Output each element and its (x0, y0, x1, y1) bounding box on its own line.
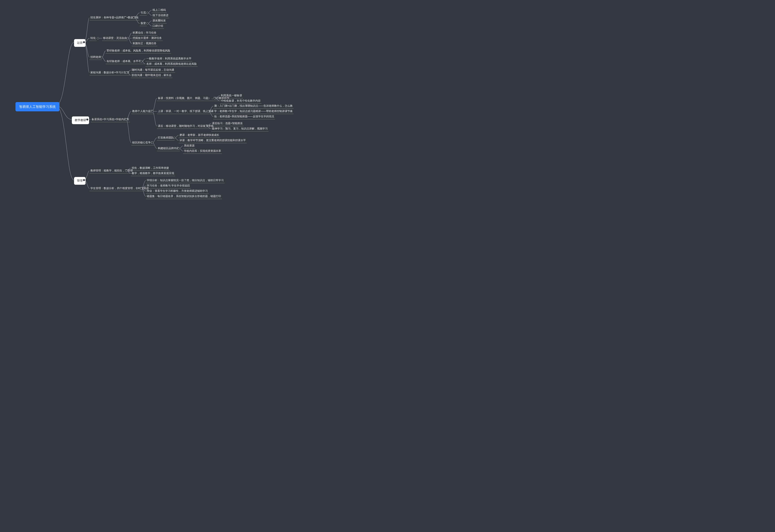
node-campus-comp[interactable]: 校区的核心竞争力 (131, 141, 154, 145)
expand-dot[interactable] (140, 187, 142, 190)
expand-dot[interactable] (83, 179, 85, 181)
node-qr[interactable]: 线上二维码 (152, 8, 167, 13)
expand-dot[interactable] (151, 142, 153, 144)
node-teacher-skill[interactable]: 教师个人能力提升 (131, 109, 154, 114)
node-sys-resource[interactable]: 系统资源 (183, 144, 195, 148)
expand-dot[interactable] (151, 110, 153, 112)
node-polish[interactable]: 磨课：老带新，新手老师快速成长 (179, 133, 220, 138)
node-demand[interactable]: 挖掘放大需求：测评任务 (132, 36, 163, 41)
node-systems[interactable]: 备课系统+学习系统+学校内容库 (91, 117, 130, 122)
node-post-practice[interactable]: 课后练习：选题+智能推送 (211, 121, 243, 126)
node-wechat[interactable]: 朋友圈转发 (152, 19, 167, 23)
node-brand[interactable]: 构建校区品牌内容 (157, 146, 180, 151)
expand-dot[interactable] (146, 22, 148, 25)
node-practice[interactable]: 练：老师选题+系统智能推题——反馈学生学的情况 (213, 114, 275, 119)
node-test[interactable]: 测：入门测+出门测，找出薄弱知识点——告诉老师教什么，怎么教 (213, 104, 293, 109)
expand-dot[interactable] (213, 97, 216, 99)
node-fission[interactable]: 裂变 (140, 21, 147, 26)
node-wordofmouth[interactable]: 口碑介绍 (152, 24, 164, 29)
expand-dot[interactable] (140, 60, 142, 63)
node-traffic[interactable]: 引流 (140, 11, 147, 15)
node-mobile-class[interactable]: 移动课堂：灵活自由 (102, 36, 128, 41)
node-analysis[interactable]: 学情分析：知识点掌握情况一目了然，细分知识点，辅助日常学习 (146, 178, 224, 183)
node-teach-precise[interactable]: 教学，精准教学，教学效果直观呈现 (131, 171, 175, 176)
node-wrongbook[interactable]: 错题集：每日错题收录，系统智能识别多次答错的题，错题打印 (146, 194, 222, 199)
node-prepare[interactable]: 备课：找资料（音视频、图片、例题、习题），设计教学环节 (157, 96, 230, 101)
node-homework[interactable]: 作业：查看学生学习积极性，方便老师跟进辅助学习 (146, 189, 209, 194)
expand-dot[interactable] (125, 170, 127, 172)
node-parent-comm[interactable]: 家校沟通：数据分析+学习计划书 (89, 70, 130, 75)
node-extend[interactable]: 延伸学习：预习、复习，知识点讲解，视频学习 (211, 127, 268, 131)
mindmap-canvas: 智易答人工智能学习系统 运营 招生测评：各种专题+品牌推广+数据回收 引流 线上… (0, 0, 311, 226)
node-stimulate[interactable]: 刺激转正：视频任务 (132, 41, 157, 46)
expand-dot[interactable] (101, 56, 103, 58)
expand-dot[interactable] (173, 137, 175, 139)
node-build-team[interactable]: 打造教师团队 (157, 136, 175, 141)
node-exp-teacher[interactable]: 有经验老师：成本高、水平不一 (106, 59, 145, 64)
node-class[interactable]: 上课：班课、一对一教学、线下授课、线上授课 (157, 109, 214, 114)
node-no-exp[interactable]: 零经验老师：成本低、风险高，利用移动课堂降低风险 (106, 49, 171, 53)
expand-dot[interactable] (126, 37, 129, 39)
expand-dot[interactable] (83, 41, 85, 43)
root-node[interactable]: 智易答人工智能学习系统 (15, 102, 59, 111)
node-stage-comm[interactable]: 阶段沟通：期中期末总结，家长会 (131, 73, 172, 78)
node-learn[interactable]: 学：老师教+学生学，知识点或习题精讲——帮助老师控制讲课节奏 (213, 109, 293, 114)
expand-dot[interactable] (125, 118, 127, 121)
node-oneclick[interactable]: 利用系统一键备课 (220, 93, 243, 98)
node-task[interactable]: 学习任务：老师教与 学生学全情追踪 (146, 184, 191, 188)
node-enroll[interactable]: 招生，数据清晰，工作简单便捷 (131, 166, 170, 171)
node-personalize[interactable]: 个性化备课，补充个性化教学内容 (220, 99, 261, 104)
node-offline[interactable]: 线下活动推进 (152, 13, 169, 18)
expand-dot[interactable] (126, 72, 128, 74)
node-star-teacher[interactable]: 名师：成本高，利用系统降低老师出走风险 (145, 62, 198, 67)
expand-dot[interactable] (86, 118, 88, 121)
node-review[interactable]: 评课：教学环节清晰，更注重老师的授课技能和控课水平 (179, 138, 247, 143)
node-trust[interactable]: 积累信任：学习任务 (132, 31, 157, 36)
expand-dot[interactable] (207, 110, 209, 112)
node-school-lib[interactable]: 学校内容库：实现优质资源共享 (183, 149, 222, 154)
node-convert[interactable]: 转化 (89, 36, 97, 41)
node-recruit-eval[interactable]: 招生测评：各种专题+品牌推广+数据回收 (89, 15, 139, 20)
node-realtime-comm[interactable]: 随时沟通：每节课后反馈，主动沟通 (131, 68, 175, 73)
expand-dot[interactable] (133, 17, 135, 19)
expand-dot[interactable] (146, 12, 148, 14)
expand-dot[interactable] (97, 37, 99, 39)
expand-dot[interactable] (205, 125, 207, 127)
expand-dot[interactable] (178, 147, 180, 150)
node-recruit-teacher[interactable]: 招聘老师 (89, 55, 102, 60)
node-general-teacher[interactable]: 一般教学老师：利用系统提高教学水平 (145, 57, 192, 61)
